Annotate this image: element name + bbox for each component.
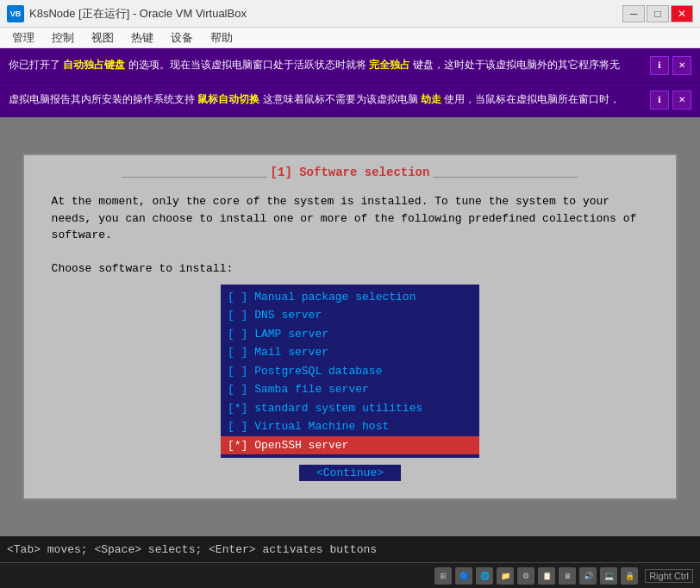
package-list-container: [ ] Manual package selection [ ] DNS ser… [38,285,662,459]
pkg-mail[interactable]: [ ] Mail server [221,343,479,362]
vm-display-area[interactable]: ──────────────────── [1] Software select… [0,117,700,536]
banner1-icons: ℹ ✕ [650,56,691,75]
minimize-button[interactable]: ─ [622,5,645,22]
keyboard-capture-banner: 你已打开了 自动独占键盘 的选项。现在当该虚拟电脑窗口处于活跃状态时就将 完全独… [0,48,700,83]
menu-hotkey[interactable]: 热键 [122,28,162,47]
taskbar-icons: ⊞ 🔵 🌐 📁 ⚙ 📋 🖥 🔊 💻 🔒 [434,567,638,585]
taskbar-icon-1: ⊞ [434,567,452,585]
dialog-title: [1] Software selection [271,166,430,179]
menu-view[interactable]: 视图 [83,28,122,47]
restore-button[interactable]: □ [647,5,669,22]
pkg-manual[interactable]: [ ] Manual package selection [221,288,479,307]
pkg-postgresql[interactable]: [ ] PostgreSQL database [221,362,479,381]
banner1-close-icon[interactable]: ✕ [672,56,691,75]
taskbar-icon-6: 📋 [538,567,555,585]
menu-manage[interactable]: 管理 [3,28,43,47]
right-ctrl-label: Right Ctrl [645,569,693,583]
menu-bar: 管理 控制 视图 热键 设备 帮助 [0,28,700,48]
taskbar-icon-9: 💻 [600,567,617,585]
package-list[interactable]: [ ] Manual package selection [ ] DNS ser… [221,285,479,459]
banner2-icons: ℹ ✕ [650,91,691,109]
pkg-openssh[interactable]: [*] OpenSSH server [221,436,479,455]
continue-button[interactable]: <Continue> [299,465,401,481]
taskbar-icon-10: 🔒 [621,567,638,585]
banner2-info-icon[interactable]: ℹ [650,91,669,109]
close-button[interactable]: ✕ [671,5,693,22]
pkg-dns[interactable]: [ ] DNS server [221,306,479,325]
banner1-info-icon[interactable]: ℹ [650,56,669,75]
app-icon: VB [7,5,24,22]
pkg-vmhost[interactable]: [ ] Virtual Machine host [221,417,479,436]
status-text: <Tab> moves; <Space> selects; <Enter> ac… [7,543,377,556]
pkg-samba[interactable]: [ ] Samba file server [221,380,479,399]
dialog-body: At the moment, only the core of the syst… [34,190,666,488]
taskbar: ⊞ 🔵 🌐 📁 ⚙ 📋 🖥 🔊 💻 🔒 Right Ctrl [0,562,700,588]
taskbar-icon-5: ⚙ [517,567,534,585]
taskbar-icon-4: 📁 [497,567,514,585]
continue-btn-container: <Continue> [38,465,662,481]
window-controls: ─ □ ✕ [622,5,693,22]
dialog-title-line: ──────────────────── [1] Software select… [34,166,666,190]
banner2-text: 虚拟电脑报告其内所安装的操作系统支持 鼠标自动切换 这意味着鼠标不需要为该虚拟电… [9,92,650,107]
menu-control[interactable]: 控制 [43,28,83,47]
taskbar-icon-3: 🌐 [476,567,493,585]
taskbar-icon-2: 🔵 [455,567,472,585]
title-bar: VB K8sNode [正在运行] - Oracle VM VirtualBox… [0,0,700,28]
menu-devices[interactable]: 设备 [162,28,202,47]
pkg-standard[interactable]: [*] standard system utilities [221,399,479,418]
software-selection-dialog: ──────────────────── [1] Software select… [22,153,678,500]
mouse-integration-banner: 虚拟电脑报告其内所安装的操作系统支持 鼠标自动切换 这意味着鼠标不需要为该虚拟电… [0,83,700,117]
banner1-text: 你已打开了 自动独占键盘 的选项。现在当该虚拟电脑窗口处于活跃状态时就将 完全独… [9,58,650,72]
window-title: K8sNode [正在运行] - Oracle VM VirtualBox [29,6,622,22]
status-bar: <Tab> moves; <Space> selects; <Enter> ac… [0,536,700,562]
banner2-close-icon[interactable]: ✕ [672,91,691,109]
taskbar-icon-7: 🖥 [559,567,576,585]
taskbar-icon-8: 🔊 [579,567,597,585]
menu-help[interactable]: 帮助 [202,28,241,47]
pkg-lamp[interactable]: [ ] LAMP server [221,325,479,344]
